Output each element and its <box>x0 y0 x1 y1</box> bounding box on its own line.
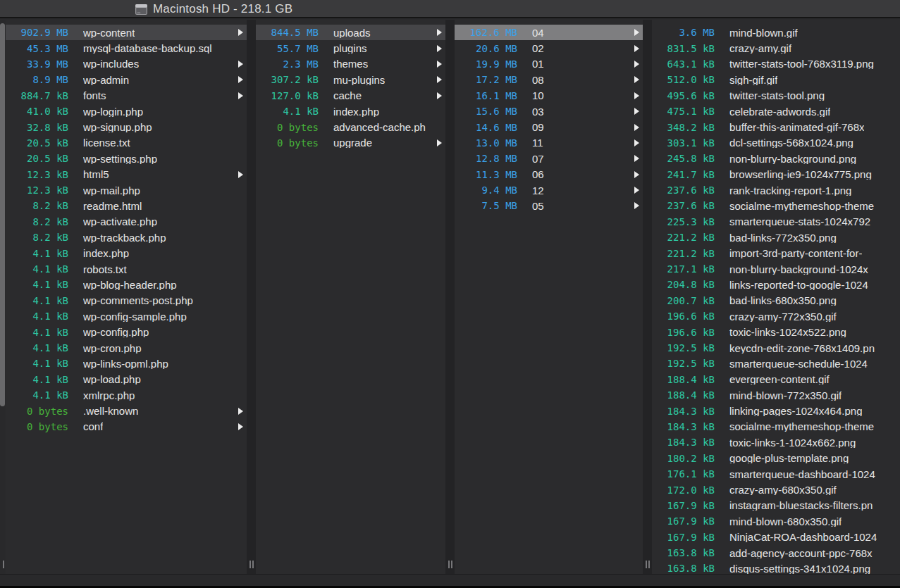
file-row[interactable]: 32.8 kBwp-signup.php <box>6 119 247 135</box>
file-row[interactable]: 188.4 kBevergreen-content.gif <box>652 372 900 387</box>
file-row[interactable]: 831.5 kBcrazy-amy.gif <box>652 40 900 56</box>
left-scrollbar-track[interactable] <box>0 20 6 574</box>
file-row[interactable]: 55.7 MBplugins <box>256 40 445 56</box>
file-row[interactable]: 13.0 MB11 <box>455 135 643 151</box>
file-size: 188.4 kB <box>652 375 715 384</box>
file-row[interactable]: 4.1 kBindex.php <box>256 104 445 119</box>
file-row[interactable]: 303.1 kBdcl-settings-568x1024.png <box>652 135 900 151</box>
file-row[interactable]: 3.6 MBmind-blown.gif <box>652 25 900 40</box>
file-row[interactable]: 225.3 kBsmarterqueue-stats-1024x792 <box>652 214 900 230</box>
file-row[interactable]: 495.6 kBtwitter-stats-tool.png <box>652 88 900 104</box>
file-row[interactable]: 902.9 MBwp-content <box>6 25 247 40</box>
file-row[interactable]: 188.4 kBmind-blown-772x350.gif <box>652 387 900 403</box>
file-row[interactable]: 196.6 kBcrazy-amy-772x350.gif <box>652 308 900 324</box>
file-row[interactable]: 237.6 kBsocialme-mythemeshop-theme <box>652 198 900 213</box>
file-row[interactable]: 184.3 kBlinking-pages-1024x464.png <box>652 403 900 418</box>
file-row[interactable]: 0 bytesconf <box>6 419 247 434</box>
file-row[interactable]: 4.1 kBwp-load.php <box>6 372 247 387</box>
file-row[interactable]: 241.7 kBbrowserling-ie9-1024x775.png <box>652 167 900 182</box>
file-row[interactable]: 184.3 kBtoxic-links-1-1024x662.png <box>652 434 900 450</box>
file-row[interactable]: 307.2 kBmu-plugins <box>256 72 445 87</box>
file-row[interactable]: 2.3 MBthemes <box>256 56 445 72</box>
file-row[interactable]: 8.2 kBreadme.html <box>6 198 247 213</box>
file-row[interactable]: 20.5 kBwp-settings.php <box>6 151 247 166</box>
file-row[interactable]: 4.1 kBxmlrpc.php <box>6 387 247 403</box>
disclosure-triangle-icon <box>437 61 442 68</box>
file-row[interactable]: 12.3 kBhtml5 <box>6 167 247 182</box>
file-row[interactable]: 217.1 kBnon-blurry-background-1024x <box>652 261 900 277</box>
file-row[interactable]: 12.3 kBwp-mail.php <box>6 182 247 198</box>
file-row[interactable]: 8.9 MBwp-admin <box>6 72 247 87</box>
file-row[interactable]: 4.1 kBwp-comments-post.php <box>6 293 247 308</box>
file-row[interactable]: 167.9 kBinstagram-bluestacks-filters.pn <box>652 498 900 513</box>
title-bar[interactable]: Macintosh HD - 218.1 GB <box>0 0 900 18</box>
file-row[interactable]: 12.8 MB07 <box>455 151 643 166</box>
file-name: wp-signup.php <box>83 122 152 132</box>
file-row[interactable]: 643.1 kBtwitter-stats-tool-768x3119.png <box>652 56 900 72</box>
file-row[interactable]: 33.9 MBwp-includes <box>6 56 247 72</box>
file-row[interactable]: 844.5 MBuploads <box>256 25 445 40</box>
column-resize-handle[interactable] <box>249 561 254 568</box>
file-row[interactable]: 4.1 kBindex.php <box>6 245 247 261</box>
column-resize-handle[interactable] <box>448 561 452 568</box>
file-row[interactable]: 7.5 MB05 <box>455 198 643 213</box>
file-row[interactable]: 475.1 kBcelebrate-adwords.gif <box>652 104 900 119</box>
file-row[interactable]: 176.1 kBsmarterqueue-dashboard-1024 <box>652 466 900 482</box>
file-row[interactable]: 8.2 kBwp-activate.php <box>6 214 247 230</box>
file-row[interactable]: 20.6 MB02 <box>455 40 643 56</box>
file-row[interactable]: 4.1 kBwp-config-sample.php <box>6 308 247 324</box>
column-resize-handle[interactable] <box>646 561 650 568</box>
disclosure-triangle-icon <box>634 139 639 146</box>
columns-view: 902.9 MBwp-content45.3 MBmysql-database-… <box>0 20 900 574</box>
file-row[interactable]: 192.5 kBkeycdn-edit-zone-768x1409.pn <box>652 340 900 356</box>
file-row[interactable]: 204.8 kBlinks-reported-to-google-1024 <box>652 277 900 292</box>
file-size: 184.3 kB <box>652 406 715 416</box>
file-row[interactable]: 4.1 kBwp-cron.php <box>6 340 247 356</box>
file-row[interactable]: 8.2 kBwp-trackback.php <box>6 230 247 245</box>
file-row[interactable]: 11.3 MB06 <box>455 167 643 182</box>
file-row[interactable]: 41.0 kBwp-login.php <box>6 104 247 119</box>
file-row[interactable]: 192.5 kBsmarterqueue-schedule-1024 <box>652 356 900 371</box>
file-row[interactable]: 184.3 kBsocialme-mythemeshop-theme <box>652 419 900 434</box>
file-size: 4.1 kB <box>6 390 68 400</box>
file-row[interactable]: 162.6 MB04 <box>455 25 643 40</box>
file-row[interactable]: 221.2 kBimport-3rd-party-content-for- <box>652 245 900 261</box>
file-row[interactable]: 237.6 kBrank-tracking-report-1.png <box>652 182 900 198</box>
file-row[interactable]: 127.0 kBcache <box>256 88 445 104</box>
file-row[interactable]: 167.9 kBmind-blown-680x350.gif <box>652 513 900 529</box>
file-size: 475.1 kB <box>652 106 715 116</box>
file-row[interactable]: 16.1 MB10 <box>455 88 643 104</box>
file-row[interactable]: 15.6 MB03 <box>455 104 643 119</box>
file-row[interactable]: 245.8 kBnon-blurry-background.png <box>652 151 900 166</box>
file-row[interactable]: 0 bytesupgrade <box>256 135 445 151</box>
file-row[interactable]: 180.2 kBgoogle-plus-template.png <box>652 451 900 466</box>
file-name: mind-blown-680x350.gif <box>729 516 842 527</box>
file-row[interactable]: 4.1 kBwp-config.php <box>6 324 247 339</box>
vertical-scrollbar-thumb[interactable] <box>0 23 5 406</box>
file-row[interactable]: 348.2 kBbuffer-this-animated-gif-768x <box>652 119 900 135</box>
file-row[interactable]: 0 bytes.well-known <box>6 403 247 418</box>
file-row[interactable]: 884.7 kBfonts <box>6 88 247 104</box>
file-row[interactable]: 172.0 kBcrazy-amy-680x350.gif <box>652 482 900 497</box>
file-row[interactable]: 4.1 kBrobots.txt <box>6 261 247 277</box>
file-row[interactable]: 4.1 kBwp-blog-header.php <box>6 277 247 292</box>
file-row[interactable]: 0 bytesadvanced-cache.ph <box>256 119 445 135</box>
file-row[interactable]: 14.6 MB09 <box>455 119 643 135</box>
file-row[interactable]: 9.4 MB12 <box>455 182 643 198</box>
file-size: 495.6 kB <box>652 91 715 101</box>
file-row[interactable]: 4.1 kBwp-links-opml.php <box>6 356 247 371</box>
file-row[interactable]: 221.2 kBbad-links-772x350.png <box>652 230 900 245</box>
file-row[interactable]: 163.8 kBadd-agency-account-ppc-768x <box>652 545 900 561</box>
file-row[interactable]: 167.9 kBNinjaCat-ROA-dashboard-1024 <box>652 530 900 545</box>
file-row[interactable]: 512.0 kBsigh-gif.gif <box>652 72 900 87</box>
file-row[interactable]: 196.6 kBtoxic-links-1024x522.png <box>652 324 900 339</box>
file-name: 07 <box>532 154 544 164</box>
file-row[interactable]: 17.2 MB08 <box>455 72 643 87</box>
file-row[interactable]: 45.3 MBmysql-database-backup.sql <box>6 40 247 56</box>
file-row[interactable]: 19.9 MB01 <box>455 56 643 72</box>
file-name: sigh-gif.gif <box>729 75 777 85</box>
file-name: smarterqueue-schedule-1024 <box>729 358 868 369</box>
file-row[interactable]: 200.7 kBbad-links-680x350.png <box>652 293 900 308</box>
file-row[interactable]: 20.5 kBlicense.txt <box>6 135 247 151</box>
file-row[interactable]: 163.8 kBdisqus-settings-341x1024.png <box>652 561 900 574</box>
